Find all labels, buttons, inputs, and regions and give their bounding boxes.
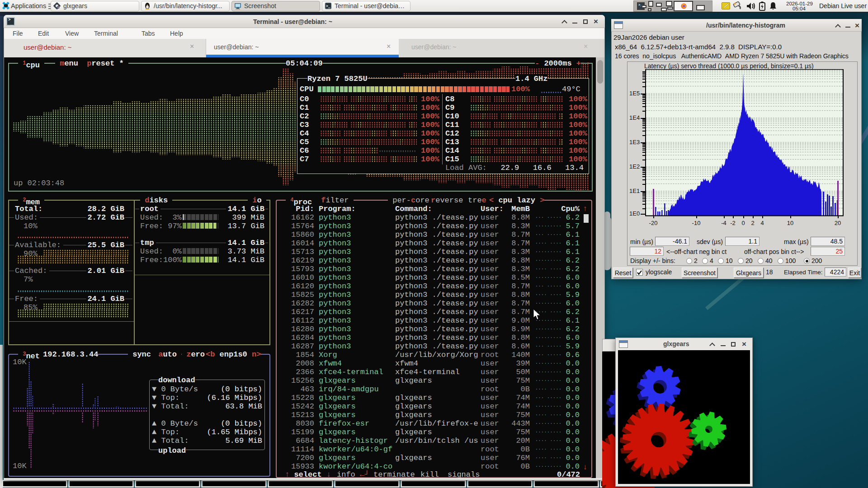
svg-text:18: 18 [57, 6, 60, 9]
svg-text:>_: >_ [326, 4, 330, 8]
